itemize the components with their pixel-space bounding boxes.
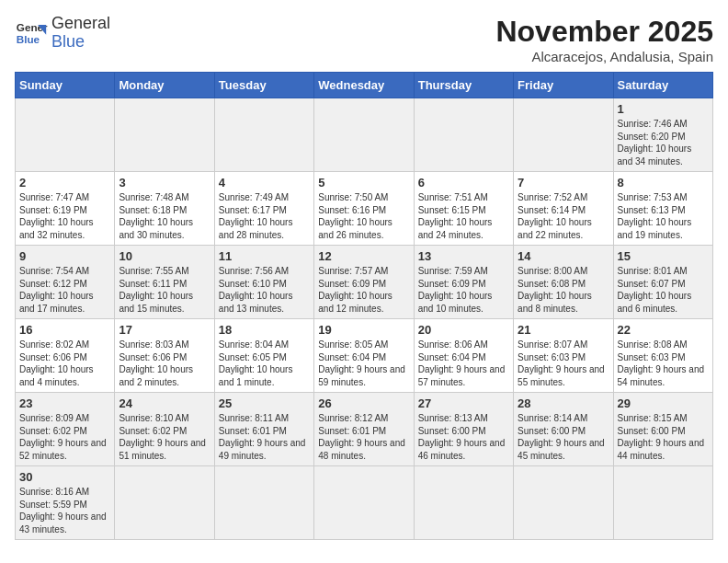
- calendar-cell: 24Sunrise: 8:10 AM Sunset: 6:02 PM Dayli…: [115, 393, 214, 466]
- calendar-cell: 3Sunrise: 7:48 AM Sunset: 6:18 PM Daylig…: [115, 172, 214, 246]
- calendar-week-row: 23Sunrise: 8:09 AM Sunset: 6:02 PM Dayli…: [16, 393, 713, 466]
- day-number: 10: [119, 249, 210, 263]
- day-info: Sunrise: 7:46 AM Sunset: 6:20 PM Dayligh…: [618, 118, 709, 167]
- day-info: Sunrise: 7:55 AM Sunset: 6:11 PM Dayligh…: [119, 265, 210, 315]
- svg-text:Blue: Blue: [17, 33, 40, 45]
- title-area: November 2025 Alcaracejos, Andalusia, Sp…: [495, 15, 713, 64]
- calendar-week-row: 9Sunrise: 7:54 AM Sunset: 6:12 PM Daylig…: [16, 246, 713, 319]
- day-info: Sunrise: 7:52 AM Sunset: 6:14 PM Dayligh…: [518, 191, 609, 241]
- calendar-week-row: 2Sunrise: 7:47 AM Sunset: 6:19 PM Daylig…: [16, 172, 713, 246]
- calendar-cell: 12Sunrise: 7:57 AM Sunset: 6:09 PM Dayli…: [314, 246, 414, 319]
- day-number: 21: [518, 323, 609, 337]
- day-number: 26: [318, 396, 409, 410]
- weekday-header-thursday: Thursday: [414, 73, 513, 98]
- calendar-cell: [414, 466, 513, 540]
- day-info: Sunrise: 7:47 AM Sunset: 6:19 PM Dayligh…: [19, 191, 110, 241]
- day-info: Sunrise: 8:05 AM Sunset: 6:04 PM Dayligh…: [318, 339, 409, 388]
- calendar-title: November 2025: [495, 15, 713, 49]
- day-number: 7: [518, 176, 609, 190]
- day-info: Sunrise: 8:14 AM Sunset: 6:00 PM Dayligh…: [518, 412, 609, 462]
- calendar-cell: [115, 466, 214, 540]
- day-number: 19: [318, 323, 409, 337]
- day-number: 29: [618, 396, 709, 410]
- day-number: 14: [518, 249, 609, 263]
- day-number: 22: [618, 323, 709, 337]
- weekday-header-wednesday: Wednesday: [314, 73, 414, 98]
- calendar-cell: 27Sunrise: 8:13 AM Sunset: 6:00 PM Dayli…: [414, 393, 513, 466]
- day-number: 18: [219, 323, 310, 337]
- calendar-table: SundayMondayTuesdayWednesdayThursdayFrid…: [15, 72, 713, 540]
- logo-icon: General Blue: [15, 17, 48, 50]
- day-info: Sunrise: 8:09 AM Sunset: 6:02 PM Dayligh…: [19, 412, 110, 462]
- calendar-cell: 11Sunrise: 7:56 AM Sunset: 6:10 PM Dayli…: [214, 246, 313, 319]
- day-number: 11: [219, 249, 310, 263]
- calendar-week-row: 30Sunrise: 8:16 AM Sunset: 5:59 PM Dayli…: [16, 466, 713, 540]
- day-number: 17: [119, 323, 210, 337]
- day-number: 5: [318, 176, 409, 190]
- day-info: Sunrise: 8:02 AM Sunset: 6:06 PM Dayligh…: [19, 339, 110, 388]
- calendar-cell: 8Sunrise: 7:53 AM Sunset: 6:13 PM Daylig…: [613, 172, 712, 246]
- calendar-cell: [115, 98, 214, 172]
- calendar-cell: 20Sunrise: 8:06 AM Sunset: 6:04 PM Dayli…: [414, 319, 513, 393]
- day-info: Sunrise: 7:56 AM Sunset: 6:10 PM Dayligh…: [219, 265, 310, 315]
- calendar-cell: 26Sunrise: 8:12 AM Sunset: 6:01 PM Dayli…: [314, 393, 414, 466]
- day-number: 1: [618, 102, 709, 116]
- weekday-header-monday: Monday: [115, 73, 214, 98]
- calendar-cell: [16, 98, 115, 172]
- calendar-cell: 21Sunrise: 8:07 AM Sunset: 6:03 PM Dayli…: [514, 319, 613, 393]
- day-info: Sunrise: 8:04 AM Sunset: 6:05 PM Dayligh…: [219, 339, 310, 388]
- calendar-cell: 16Sunrise: 8:02 AM Sunset: 6:06 PM Dayli…: [16, 319, 115, 393]
- calendar-cell: 23Sunrise: 8:09 AM Sunset: 6:02 PM Dayli…: [16, 393, 115, 466]
- weekday-header-row: SundayMondayTuesdayWednesdayThursdayFrid…: [16, 73, 713, 98]
- day-info: Sunrise: 7:54 AM Sunset: 6:12 PM Dayligh…: [19, 265, 110, 315]
- weekday-header-saturday: Saturday: [613, 73, 712, 98]
- day-info: Sunrise: 8:06 AM Sunset: 6:04 PM Dayligh…: [418, 339, 509, 388]
- calendar-cell: 18Sunrise: 8:04 AM Sunset: 6:05 PM Dayli…: [214, 319, 313, 393]
- calendar-cell: 2Sunrise: 7:47 AM Sunset: 6:19 PM Daylig…: [16, 172, 115, 246]
- day-info: Sunrise: 7:57 AM Sunset: 6:09 PM Dayligh…: [318, 265, 409, 315]
- day-number: 28: [518, 396, 609, 410]
- day-info: Sunrise: 7:48 AM Sunset: 6:18 PM Dayligh…: [119, 191, 210, 241]
- day-number: 16: [19, 323, 110, 337]
- calendar-cell: 30Sunrise: 8:16 AM Sunset: 5:59 PM Dayli…: [16, 466, 115, 540]
- calendar-week-row: 1Sunrise: 7:46 AM Sunset: 6:20 PM Daylig…: [16, 98, 713, 172]
- day-info: Sunrise: 8:00 AM Sunset: 6:08 PM Dayligh…: [518, 265, 609, 315]
- day-info: Sunrise: 7:50 AM Sunset: 6:16 PM Dayligh…: [318, 191, 409, 241]
- day-info: Sunrise: 7:49 AM Sunset: 6:17 PM Dayligh…: [219, 191, 310, 241]
- logo: General Blue General Blue: [15, 15, 110, 52]
- day-info: Sunrise: 7:59 AM Sunset: 6:09 PM Dayligh…: [418, 265, 509, 315]
- calendar-cell: 9Sunrise: 7:54 AM Sunset: 6:12 PM Daylig…: [16, 246, 115, 319]
- calendar-cell: 14Sunrise: 8:00 AM Sunset: 6:08 PM Dayli…: [514, 246, 613, 319]
- calendar-cell: 1Sunrise: 7:46 AM Sunset: 6:20 PM Daylig…: [613, 98, 712, 172]
- day-number: 6: [418, 176, 509, 190]
- calendar-cell: 19Sunrise: 8:05 AM Sunset: 6:04 PM Dayli…: [314, 319, 414, 393]
- calendar-cell: 29Sunrise: 8:15 AM Sunset: 6:00 PM Dayli…: [613, 393, 712, 466]
- day-number: 4: [219, 176, 310, 190]
- day-number: 27: [418, 396, 509, 410]
- calendar-cell: 15Sunrise: 8:01 AM Sunset: 6:07 PM Dayli…: [613, 246, 712, 319]
- day-info: Sunrise: 8:07 AM Sunset: 6:03 PM Dayligh…: [518, 339, 609, 388]
- header: General Blue General Blue November 2025 …: [15, 15, 713, 64]
- calendar-cell: [514, 98, 613, 172]
- day-info: Sunrise: 8:08 AM Sunset: 6:03 PM Dayligh…: [618, 339, 709, 388]
- day-info: Sunrise: 8:12 AM Sunset: 6:01 PM Dayligh…: [318, 412, 409, 462]
- day-info: Sunrise: 8:01 AM Sunset: 6:07 PM Dayligh…: [618, 265, 709, 315]
- day-number: 2: [19, 176, 110, 190]
- day-info: Sunrise: 8:11 AM Sunset: 6:01 PM Dayligh…: [219, 412, 310, 462]
- calendar-cell: 4Sunrise: 7:49 AM Sunset: 6:17 PM Daylig…: [214, 172, 313, 246]
- calendar-cell: 6Sunrise: 7:51 AM Sunset: 6:15 PM Daylig…: [414, 172, 513, 246]
- day-number: 30: [19, 470, 110, 484]
- weekday-header-friday: Friday: [514, 73, 613, 98]
- calendar-cell: 17Sunrise: 8:03 AM Sunset: 6:06 PM Dayli…: [115, 319, 214, 393]
- calendar-cell: 28Sunrise: 8:14 AM Sunset: 6:00 PM Dayli…: [514, 393, 613, 466]
- calendar-cell: [214, 466, 313, 540]
- day-number: 8: [618, 176, 709, 190]
- day-info: Sunrise: 8:03 AM Sunset: 6:06 PM Dayligh…: [119, 339, 210, 388]
- calendar-cell: [414, 98, 513, 172]
- calendar-week-row: 16Sunrise: 8:02 AM Sunset: 6:06 PM Dayli…: [16, 319, 713, 393]
- day-info: Sunrise: 7:53 AM Sunset: 6:13 PM Dayligh…: [618, 191, 709, 241]
- calendar-cell: 5Sunrise: 7:50 AM Sunset: 6:16 PM Daylig…: [314, 172, 414, 246]
- calendar-cell: [314, 466, 414, 540]
- day-number: 12: [318, 249, 409, 263]
- day-number: 9: [19, 249, 110, 263]
